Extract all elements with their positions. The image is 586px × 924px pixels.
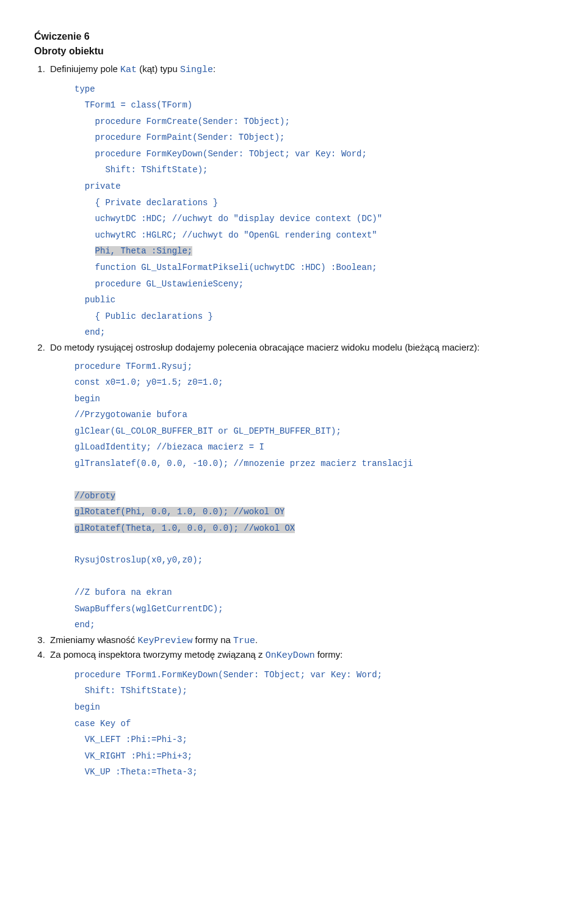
step-4-text: Za pomocą inspektora tworzymy metodę zwi… xyxy=(50,649,343,660)
code-line: VK_LEFT :Phi:=Phi-3; xyxy=(74,732,552,748)
code-line: procedure FormCreate(Sender: TObject); xyxy=(74,114,552,130)
code-line: VK_UP :Theta:=Theta-3; xyxy=(74,764,552,780)
code-line: public xyxy=(74,292,552,308)
code-line: procedure FormPaint(Sender: TObject); xyxy=(74,129,552,146)
step-1-text: Definiujemy pole Kat (kąt) typu Single: xyxy=(50,64,215,74)
code-line: end; xyxy=(74,324,552,341)
code-line: VK_RIGHT :Phi:=Phi+3; xyxy=(74,748,552,765)
code-line: end; xyxy=(74,617,552,633)
step-1: Definiujemy pole Kat (kąt) typu Single: … xyxy=(48,62,552,341)
code-line: begin xyxy=(74,699,552,716)
code-line: glClear(GL_COLOR_BUFFER_BIT or GL_DEPTH_… xyxy=(74,423,552,440)
step-2-code: procedure TForm1.Rysuj;const x0=1.0; y0=… xyxy=(74,358,552,633)
step-4-code: procedure TForm1.FormKeyDown(Sender: TOb… xyxy=(74,667,552,780)
step-3-text: Zmieniamy własność KeyPreview formy na T… xyxy=(50,635,258,645)
inline-code: KeyPreview xyxy=(137,636,192,646)
code-line: //Przygotowanie bufora xyxy=(74,407,552,423)
exercise-number: Ćwiczenie 6 xyxy=(34,29,552,44)
code-line: uchwytDC :HDC; //uchwyt do "display devi… xyxy=(74,211,552,227)
code-line: case Key of xyxy=(74,716,552,732)
code-line: TForm1 = class(TForm) xyxy=(74,97,552,114)
code-line: Phi, Theta :Single; xyxy=(74,243,552,260)
inline-code: True xyxy=(233,636,255,646)
step-4: Za pomocą inspektora tworzymy metodę zwi… xyxy=(48,648,552,780)
steps-list: Definiujemy pole Kat (kąt) typu Single: … xyxy=(34,62,552,780)
step-1-code: type TForm1 = class(TForm) procedure For… xyxy=(74,81,552,341)
code-line: glRotatef(Phi, 0.0, 1.0, 0.0); //wokol O… xyxy=(74,504,552,520)
code-line: private xyxy=(74,178,552,195)
code-line: { Private declarations } xyxy=(74,195,552,211)
code-line: RysujOstroslup(x0,y0,z0); xyxy=(74,552,552,569)
code-line: //obroty xyxy=(74,488,552,504)
code-line: begin xyxy=(74,391,552,407)
code-line: procedure TForm1.Rysuj; xyxy=(74,358,552,375)
code-line: SwapBuffers(wglGetCurrentDC); xyxy=(74,601,552,617)
step-2-text: Do metody rysującej ostrosłup dodajemy p… xyxy=(50,342,480,352)
step-3: Zmieniamy własność KeyPreview formy na T… xyxy=(48,633,552,649)
code-line: Shift: TShiftState); xyxy=(74,683,552,699)
code-line: glLoadIdentity; //biezaca macierz = I xyxy=(74,439,552,456)
code-line: procedure GL_UstawienieSceny; xyxy=(74,276,552,293)
exercise-title: Obroty obiektu xyxy=(34,44,552,59)
code-line xyxy=(74,536,552,552)
code-line: glTranslatef(0.0, 0.0, -10.0); //mnozeni… xyxy=(74,456,552,472)
code-line: procedure FormKeyDown(Sender: TObject; v… xyxy=(74,146,552,162)
code-line xyxy=(74,569,552,584)
inline-code: OnKeyDown xyxy=(266,650,315,661)
code-line: const x0=1.0; y0=1.5; z0=1.0; xyxy=(74,374,552,391)
inline-code: Kat xyxy=(120,65,137,75)
code-line xyxy=(74,472,552,488)
code-line: glRotatef(Theta, 1.0, 0.0, 0.0); //wokol… xyxy=(74,520,552,537)
code-line: Shift: TShiftState); xyxy=(74,162,552,178)
code-line: //Z bufora na ekran xyxy=(74,584,552,601)
code-line: { Public declarations } xyxy=(74,308,552,325)
inline-code: Single xyxy=(180,65,213,75)
code-line: uchwytRC :HGLRC; //uchwyt do "OpenGL ren… xyxy=(74,227,552,244)
step-2: Do metody rysującej ostrosłup dodajemy p… xyxy=(48,341,552,633)
code-line: type xyxy=(74,81,552,98)
code-line: function GL_UstalFormatPikseli(uchwytDC … xyxy=(74,260,552,276)
code-line: procedure TForm1.FormKeyDown(Sender: TOb… xyxy=(74,667,552,683)
